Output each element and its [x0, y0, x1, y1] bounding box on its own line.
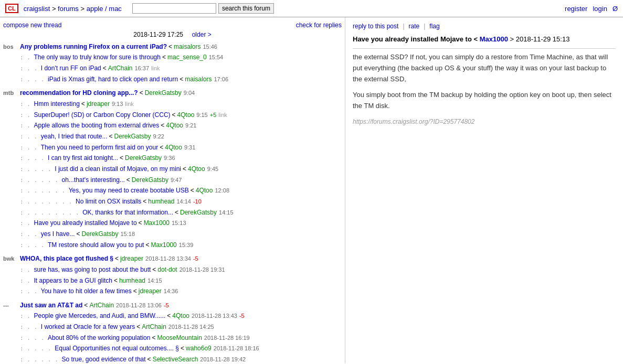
reply-title-link[interactable]: People give Mercedes, and Audi, and BMW.…	[34, 311, 166, 321]
reply-title-link[interactable]: yeah, I tried that route...	[41, 131, 108, 142]
username-link[interactable]: waho6o9	[186, 343, 212, 354]
thread-group-bwk: bwk WHOA, this place got flushed § < jdr…	[3, 253, 342, 296]
username-link[interactable]: 4Qtoo	[166, 120, 183, 131]
reply-to-post-link[interactable]: reply to this post	[353, 23, 398, 30]
separator: <	[167, 311, 171, 321]
reply-title-link[interactable]: yes I have...	[41, 229, 75, 239]
post-author-link[interactable]: Max1000	[480, 35, 508, 43]
username-link[interactable]: ArtChain	[142, 322, 166, 332]
username-link[interactable]: 4Qtoo	[172, 311, 189, 321]
username-link[interactable]: 4Qtoo	[196, 185, 213, 196]
username-link[interactable]: DerekGatsby	[114, 131, 151, 142]
time: 2018-11-28 19:31	[179, 265, 225, 275]
table-row: : . Apple allows the booting from extern…	[3, 120, 342, 131]
reply-title-link[interactable]: Equal Opportunities not equal outcomes..…	[55, 343, 179, 354]
reply-title-link[interactable]: About 80% of the working population	[48, 333, 150, 343]
username-link[interactable]: ArtChain	[89, 300, 114, 311]
reply-title-link[interactable]: So true, good evidence of that	[61, 354, 145, 363]
profile-symbol[interactable]: Ø	[613, 5, 618, 13]
prefix: : . . . .	[20, 165, 55, 175]
score-neg: -10	[193, 197, 202, 207]
username-link[interactable]: DerekGatsby	[145, 88, 182, 98]
post-detail-panel: reply to this post | rate | flag Have yo…	[345, 17, 623, 363]
username-link[interactable]: Max1000	[151, 240, 176, 250]
separator: <	[140, 88, 143, 98]
table-row: : . . . . . oh...that's interesting... <…	[3, 175, 342, 186]
login-link[interactable]: login	[593, 5, 607, 13]
reply-title-link[interactable]: oh...that's interesting...	[61, 175, 124, 185]
reply-title-link[interactable]: No limit on OSX installs	[76, 196, 141, 207]
prefix: : .	[20, 265, 34, 275]
username-link[interactable]: humhead	[119, 275, 145, 286]
prefix: : .	[20, 121, 34, 131]
username-link[interactable]: 4Qtoo	[177, 110, 195, 120]
check-for-replies-top[interactable]: check for replies	[296, 22, 342, 29]
search-button[interactable]: search this forum	[218, 3, 274, 14]
username-link[interactable]: 4Qtoo	[188, 164, 205, 174]
reply-title-link[interactable]: Apple allows the booting from external d…	[34, 120, 160, 131]
username-link[interactable]: DerekGatsby	[180, 207, 217, 218]
username-link[interactable]: MooseMountain	[157, 333, 202, 343]
breadcrumb: craigslist > forums > apple / mac	[24, 5, 122, 13]
username-link[interactable]: maisalors	[174, 41, 200, 52]
group-tag: bwk	[3, 254, 18, 264]
username-link[interactable]: DerekGatsby	[132, 175, 168, 185]
action-sep1: |	[403, 23, 404, 30]
prefix: : .	[20, 276, 34, 286]
username-link[interactable]: dot-dot	[157, 264, 177, 275]
username-link[interactable]: jdreaper	[139, 286, 162, 296]
separator: <	[145, 240, 149, 250]
username-link[interactable]: SelectiveSearch	[153, 354, 198, 363]
thread-title-link[interactable]: recommendation for HD cloning app...?	[20, 88, 138, 98]
reply-title-link[interactable]: Then you need to perform first aid on yo…	[41, 142, 158, 153]
table-row: : . . . . . . . . OK, thanks for that in…	[3, 207, 342, 218]
reply-title-link[interactable]: I can try first aid tonight...	[48, 153, 118, 163]
thread-title-link[interactable]: WHOA, this place got flushed §	[20, 253, 113, 264]
separator: <	[162, 52, 166, 62]
username-link[interactable]: DerekGatsby	[125, 153, 162, 163]
compose-new-thread-top[interactable]: compose new thread	[3, 22, 61, 29]
reply-title-link[interactable]: OK, thanks for that information...	[82, 207, 173, 218]
reply-title-link[interactable]: sure has, was going to post about the bu…	[34, 264, 151, 275]
username-link[interactable]: Max1000	[144, 218, 170, 228]
prefix: : . .	[20, 143, 41, 153]
search-input[interactable]	[132, 3, 216, 14]
reply-title-link[interactable]: You have to hit older a few times	[41, 286, 132, 296]
thread-title-link[interactable]: Any problems running Firefox on a curren…	[20, 41, 167, 52]
username-link[interactable]: maisalors	[185, 74, 212, 84]
username-link[interactable]: mac_sense_0	[167, 52, 207, 62]
table-row: --- Just saw an AT&T ad < ArtChain 2018-…	[3, 300, 342, 311]
separator: <	[152, 264, 156, 275]
reply-title-link[interactable]: I worked at Oracle for a few years	[41, 322, 135, 332]
reply-title-link[interactable]: The only way to truly know for sure is t…	[34, 52, 161, 62]
reply-title-link[interactable]: I don't run FF on iPad	[41, 63, 101, 73]
thread-title-link[interactable]: Just saw an AT&T ad	[20, 300, 82, 311]
time: 14:15	[147, 276, 162, 286]
thread-group-mtb: mtb recommendation for HD cloning app...…	[3, 88, 342, 250]
reply-title-link[interactable]: I just did a clean install of Mojave, on…	[55, 164, 181, 174]
flag-link[interactable]: flag	[429, 23, 439, 30]
username-link[interactable]: ArtChain	[108, 63, 133, 73]
rate-link[interactable]: rate	[409, 23, 420, 30]
username-link[interactable]: DerekGatsby	[81, 229, 118, 239]
breadcrumb-craigslist[interactable]: craigslist	[24, 5, 50, 13]
reply-title-link[interactable]: iPad is Xmas gift, hard to click open an…	[48, 74, 178, 84]
username-link[interactable]: jdreaper	[120, 253, 143, 264]
username-link[interactable]: 4Qtoo	[165, 142, 182, 153]
prefix: : . . . . . . . .	[20, 208, 82, 218]
reply-title-link[interactable]: It appears to be a GUI glitch	[34, 275, 112, 286]
older-link-top[interactable]: older >	[192, 31, 212, 38]
reply-title-link-active[interactable]: Have you already installed Mojave to	[34, 218, 137, 228]
reply-title-link[interactable]: Hmm interesting	[34, 99, 80, 109]
reply-title-link[interactable]: TM restore should allow you to put	[48, 240, 144, 250]
register-link[interactable]: register	[565, 5, 587, 13]
reply-title-link[interactable]: Yes, you may need to create bootable USB	[69, 185, 189, 196]
breadcrumb-sep2: >	[80, 5, 86, 13]
breadcrumb-forums[interactable]: forums	[58, 5, 79, 13]
breadcrumb-apple-mac[interactable]: apple / mac	[87, 5, 122, 13]
reply-title-link[interactable]: SuperDuper! (SD) or Carbon Copy Cloner (…	[34, 110, 171, 120]
link-tag: link	[218, 110, 227, 120]
action-sep2: |	[424, 23, 425, 30]
username-link[interactable]: humhead	[148, 196, 174, 207]
username-link[interactable]: jdreaper	[87, 99, 110, 109]
